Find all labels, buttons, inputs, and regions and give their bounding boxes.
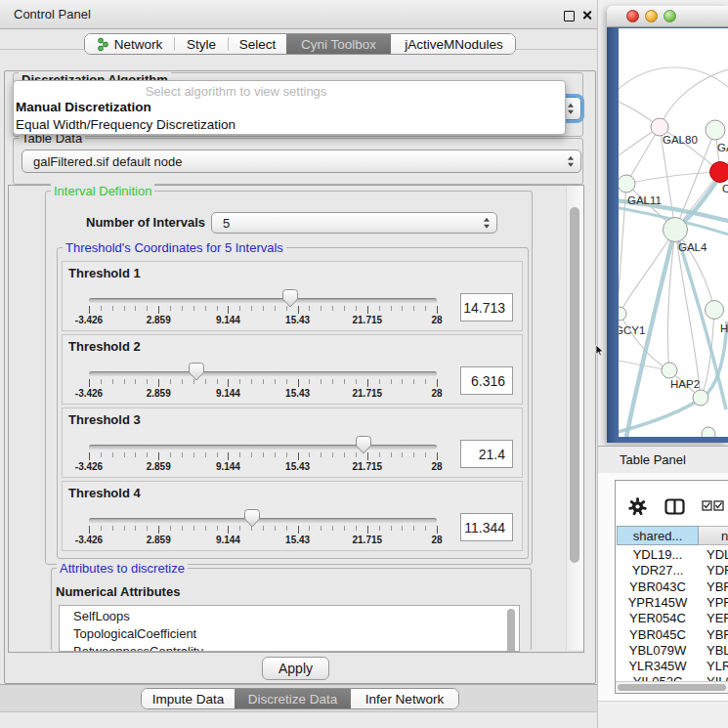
horizontal-scrollbar-thumb[interactable] [618,684,726,691]
list-item[interactable]: SelfLoops [73,609,130,623]
tab-network[interactable]: Network [85,34,174,54]
tab-jactivemnodules[interactable]: jActiveMNodules [391,34,516,54]
network-node[interactable] [702,427,715,437]
table-cell[interactable]: YBL0 [707,643,728,658]
network-edge[interactable] [626,172,720,184]
numerical-attributes-list[interactable]: SelfLoopsTopologicalCoefficientBetweenne… [59,605,520,652]
gear-icon[interactable] [628,497,647,516]
tick-label: 9.144 [216,388,240,399]
status-strip [0,712,597,728]
network-node-gal11[interactable] [619,175,635,193]
network-edge[interactable] [675,230,701,398]
tab-infer-network[interactable]: Infer Network [351,689,458,708]
dropdown-option-equal-width[interactable]: Equal Width/Frequency Discretization [16,117,236,132]
list-item[interactable]: BetweennessCentrality [73,644,203,652]
tab-cyni-toolbox[interactable]: Cyni Toolbox [286,34,391,54]
threshold-label: Threshold 4 [68,486,141,500]
network-node-c[interactable] [710,162,728,183]
split-view-icon[interactable] [664,498,685,515]
slider-thumb[interactable] [356,436,371,454]
table-cell[interactable]: YBR043C [617,579,699,594]
table-cell[interactable]: YDL1 [707,547,728,562]
tab-select[interactable]: Select [229,34,286,54]
tick-mark [239,452,240,457]
network-node-hap2[interactable] [662,363,677,378]
network-node-gal4[interactable] [664,218,688,242]
node-label: H [720,322,728,334]
slider-thumb[interactable] [282,289,298,308]
tick-mark [205,452,206,457]
tick-mark [228,452,229,460]
table-cell[interactable]: YBL079W [617,643,699,658]
tick-label: -3.426 [75,461,103,472]
dropdown-option-manual[interactable]: Manual Discretization [16,100,151,114]
minimize-traffic-light-icon[interactable] [645,10,658,22]
tick-mark [205,379,206,384]
vertical-scrollbar[interactable] [566,186,583,650]
node-label: C [722,183,728,194]
column-header-shared-name[interactable]: shared... [617,526,699,545]
tick-mark [182,379,183,384]
tab-discretize-data[interactable]: Discretize Data [235,689,351,708]
network-canvas[interactable]: GAL80GACGAL11GAL4GCY1HHAP2 [619,28,728,437]
float-window-icon[interactable] [564,11,575,21]
tick-mark [147,379,148,384]
table-cell[interactable]: YPR145W [617,595,699,610]
network-edge[interactable] [626,127,660,184]
tick-mark [309,452,310,457]
table-cell[interactable]: YLR345W [617,659,699,673]
number-of-intervals-label: Number of Intervals [86,215,205,230]
tab-label: Cyni Toolbox [301,37,376,52]
tick-mark [391,452,392,457]
zoom-traffic-light-icon[interactable] [664,10,676,22]
tick-mark [193,526,194,531]
threshold-slider[interactable]: -3.4262.8599.14415.4321.71528 [81,507,445,542]
tab-impute-data[interactable]: Impute Data [142,689,235,708]
column-header-name[interactable]: na [699,526,728,545]
threshold-value-input[interactable]: 6.316 [460,366,513,395]
threshold-slider[interactable]: -3.4262.8599.14415.4321.71528 [81,361,445,396]
tab-style[interactable]: Style [175,34,228,54]
network-node-ga[interactable] [706,120,725,140]
table-cell[interactable]: YER0 [707,611,728,625]
threshold-row: Threshold 1-3.4262.8599.14415.4321.71528… [62,261,523,331]
network-icon [97,37,109,52]
network-node-h[interactable] [706,301,724,320]
apply-button[interactable]: Apply [262,657,329,680]
threshold-slider[interactable]: -3.4262.8599.14415.4321.71528 [81,434,445,469]
table-cell[interactable]: YDR2 [707,563,728,578]
threshold-value-input[interactable]: 11.344 [460,513,513,541]
vertical-scrollbar-thumb[interactable] [570,207,579,563]
list-item[interactable]: TopologicalCoefficient [73,626,196,641]
table-cell[interactable]: YER054C [617,611,699,625]
threshold-value-input[interactable]: 21.4 [460,440,513,468]
tick-mark [112,452,113,457]
table-data-combobox[interactable]: galFiltered.sif default node [21,150,581,173]
close-traffic-light-icon[interactable] [626,10,639,22]
number-of-intervals-spinner[interactable]: 5 [211,212,497,234]
table-cell[interactable]: YBR045C [617,627,699,642]
thresholds-group-label: Threshold's Coordinates for 5 Intervals [63,240,286,255]
table-cell[interactable]: YPR1 [707,595,728,610]
slider-thumb[interactable] [189,363,204,381]
table-cell[interactable]: YLR3 [707,659,728,673]
table-cell[interactable]: YDL19... [617,547,699,562]
network-edge[interactable] [660,69,728,127]
tick-mark [205,306,206,311]
table-cell[interactable]: YBR0 [707,579,728,594]
network-edge[interactable] [619,67,728,89]
threshold-value-input[interactable]: 14.713 [460,293,513,321]
select-columns-icon[interactable] [702,500,725,511]
table-cell[interactable]: YBR0 [707,627,728,642]
network-node[interactable] [693,390,708,406]
network-edge[interactable] [620,230,675,314]
network-node-gcy1[interactable] [619,307,626,321]
slider-thumb[interactable] [244,509,260,528]
threshold-slider[interactable]: -3.4262.8599.14415.4321.71528 [81,287,445,322]
table-cell[interactable]: YDR27... [617,563,699,578]
tick-mark [217,452,218,457]
list-scrollbar-thumb[interactable] [507,609,515,652]
tick-mark [158,379,159,387]
close-icon[interactable] [581,10,592,21]
tick-mark [112,526,113,531]
